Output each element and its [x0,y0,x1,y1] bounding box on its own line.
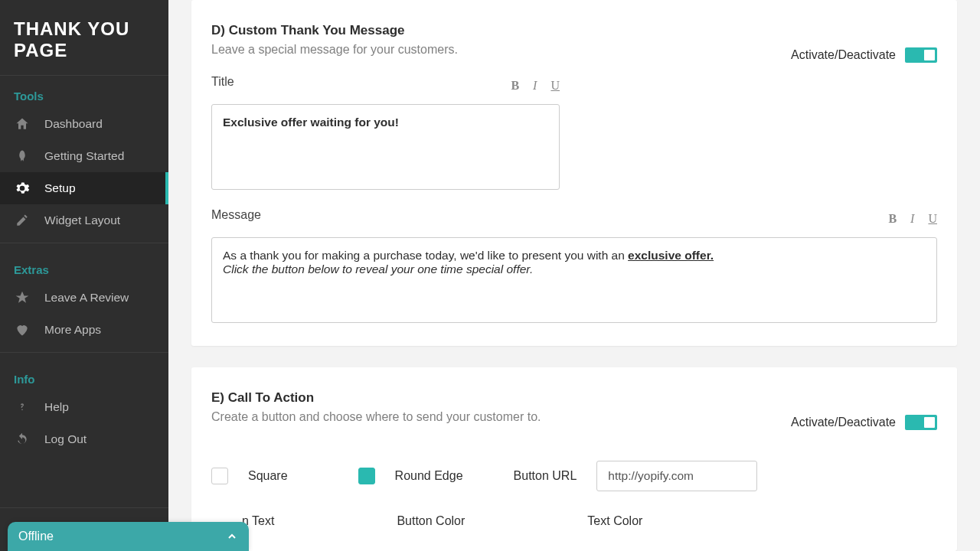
section-extras: Extras [0,249,168,282]
divider [0,243,168,243]
sidebar-item-label: Dashboard [44,117,103,131]
sidebar-item-label: Leave A Review [44,291,129,305]
sidebar-item-logout[interactable]: Log Out [0,423,168,455]
section-d-card: D) Custom Thank You Message Leave a spec… [191,0,957,346]
section-title: Tools [14,90,44,103]
section-title: Extras [14,263,49,276]
star-icon [14,289,31,306]
toggle-label: Activate/Deactivate [791,48,896,62]
bold-button[interactable]: B [888,212,897,226]
divider [0,352,168,353]
sidebar-item-label: Setup [44,181,76,195]
round-edge-checkbox[interactable] [358,468,375,484]
activate-toggle[interactable] [905,47,937,63]
question-icon [14,399,31,416]
section-subtitle: Leave a special message for your custome… [211,43,458,57]
underline-button[interactable]: U [550,79,560,93]
section-title: D) Custom Thank You Message [211,23,405,38]
section-subtitle: Create a button and choose where to send… [211,410,541,424]
format-toolbar: B I U [511,79,560,93]
square-label: Square [248,469,288,483]
toggle-label: Activate/Deactivate [791,416,896,429]
status-text: Offline [18,530,54,543]
title-field-label: Title [211,75,234,89]
gear-icon [14,180,31,197]
rocket-icon [14,148,31,165]
main-content: D) Custom Thank You Message Leave a spec… [168,0,980,551]
section-e-card: E) Call To Action Create a button and ch… [191,367,957,551]
sidebar-item-label: Getting Started [44,149,124,163]
sidebar-item-setup[interactable]: Setup [0,172,168,204]
sidebar-item-label: Widget Layout [44,214,120,227]
italic-button[interactable]: I [910,212,914,226]
message-editor[interactable]: As a thank you for making a purchase tod… [211,237,937,323]
button-url-input[interactable] [596,461,757,491]
sidebar-item-label: More Apps [44,323,101,337]
sidebar-item-help[interactable]: Help [0,391,168,423]
sidebar-item-dashboard[interactable]: Dashboard [0,108,168,140]
text-color-label: Text Color [587,514,642,528]
bold-button[interactable]: B [511,79,519,93]
sidebar: THANK YOU PAGE Tools Dashboard Getting S… [0,0,168,551]
sidebar-item-getting-started[interactable]: Getting Started [0,140,168,172]
msg-highlight: exclusive offer. [628,249,714,262]
underline-button[interactable]: U [928,212,937,226]
undo-icon [14,431,31,448]
sidebar-item-leave-review[interactable]: Leave A Review [0,282,168,314]
msg-text: As a thank you for making a purchase tod… [223,249,628,262]
section-tools: Tools [0,76,168,108]
square-checkbox[interactable] [211,468,228,484]
sidebar-item-label: Help [44,400,69,414]
pencil-icon [14,212,31,229]
app-logo: THANK YOU PAGE [0,0,168,76]
title-editor[interactable]: Exclusive offer waiting for you! [211,104,560,190]
heart-icon [14,321,31,338]
round-edge-label: Round Edge [395,469,463,483]
activate-toggle[interactable] [905,415,937,430]
url-label: Button URL [514,469,577,483]
home-icon [14,116,31,132]
section-title: Info [14,373,35,386]
format-toolbar: B I U [888,212,937,226]
sidebar-item-widget-layout[interactable]: Widget Layout [0,204,168,236]
section-title: E) Call To Action [211,390,314,406]
message-field-label: Message [211,208,261,222]
section-info: Info [0,359,168,391]
msg-text-2: Click the button below to reveal your on… [223,262,533,276]
title-value: Exclusive offer waiting for you! [223,116,399,129]
status-bar[interactable]: Offline [8,522,249,551]
sidebar-item-more-apps[interactable]: More Apps [0,314,168,346]
chevron-up-icon [226,530,238,543]
sidebar-item-label: Log Out [44,432,87,446]
italic-button[interactable]: I [533,79,537,93]
button-color-label: Button Color [397,514,465,528]
